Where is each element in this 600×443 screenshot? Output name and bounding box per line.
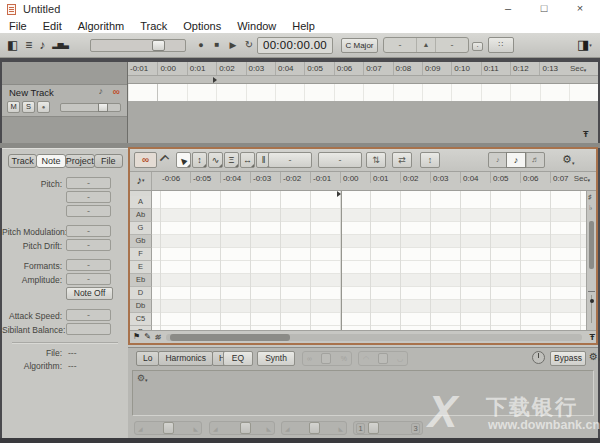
formants-field[interactable]: - <box>66 259 111 271</box>
time-snap-button[interactable]: ⇄ <box>392 152 412 168</box>
editor-playhead[interactable] <box>337 191 341 197</box>
macro-slider-2[interactable]: ◢ ◣ <box>209 421 275 435</box>
menu-item[interactable]: Edit <box>43 20 62 32</box>
track-zoom-icon[interactable]: Ŧ <box>583 129 589 139</box>
tempo-note-value[interactable]: - <box>384 40 416 50</box>
notes-option[interactable]: ♬ <box>526 153 544 167</box>
track-lane[interactable] <box>128 84 598 101</box>
menu-item[interactable]: Help <box>292 20 315 32</box>
pitch-field-1[interactable]: - <box>66 177 111 189</box>
pitch-snap-button[interactable]: ⇅ <box>366 152 386 168</box>
menu-item[interactable]: Options <box>183 20 221 32</box>
inspector-tab[interactable]: Project <box>65 154 95 168</box>
canvas-settings[interactable]: ⚙▾ <box>137 373 148 383</box>
slider-thumb[interactable] <box>240 422 251 434</box>
mute-button[interactable]: M <box>7 101 20 113</box>
slider-thumb[interactable] <box>163 422 174 434</box>
note-row-label[interactable]: F <box>130 248 152 261</box>
record-arm-button[interactable]: ● <box>37 101 50 113</box>
pitch-drift-field[interactable]: - <box>66 239 111 251</box>
mixer-icon[interactable]: ≡ <box>25 37 32 53</box>
macro-slider-1[interactable]: ◢ ◣ <box>134 421 202 435</box>
note-row-label[interactable]: Eb <box>130 274 152 287</box>
accidentals-icon[interactable]: ♯♯ <box>155 331 160 343</box>
horizontal-scrollbar-thumb[interactable] <box>170 334 290 341</box>
sound-editor-canvas[interactable]: ⚙▾ <box>132 370 594 416</box>
pitch-display-dropdown[interactable]: - <box>268 152 312 168</box>
vertical-zoom-thumb[interactable] <box>590 299 594 303</box>
macro-slider-3[interactable]: ◢ ◣ <box>281 421 347 435</box>
editor-ruler-unit[interactable]: Sec▾ <box>574 174 590 183</box>
record-button[interactable]: ● <box>194 38 208 52</box>
pitch-drift-tool-button[interactable]: ∿ <box>208 152 223 168</box>
link-button[interactable]: ∞ <box>134 152 157 168</box>
sound-settings[interactable]: ⚙▾ <box>589 351 600 362</box>
mix-knob[interactable] <box>532 351 545 364</box>
band-button[interactable]: Lo <box>136 351 159 366</box>
amplitude-field[interactable]: - <box>66 273 111 285</box>
note-row-label[interactable]: D <box>130 287 152 300</box>
note-row-label[interactable]: G <box>130 222 152 235</box>
eq-button[interactable]: EQ <box>223 351 253 366</box>
cycle-button[interactable]: ↻ <box>242 38 256 52</box>
tempo-value[interactable]: - <box>436 40 468 50</box>
note-view-icon[interactable]: ♪ <box>39 37 45 53</box>
solo-button[interactable]: S <box>22 101 35 113</box>
layout-toggle-icon[interactable]: ◨▾ <box>577 37 592 53</box>
bypass-button[interactable]: Bypass <box>550 351 586 366</box>
pitch-field-3[interactable]: - <box>66 205 111 217</box>
track-volume-thumb[interactable] <box>98 103 108 112</box>
note-row-label[interactable]: Db <box>130 300 152 313</box>
vertical-scrollbar[interactable] <box>589 221 594 269</box>
note-row-label[interactable]: Ab <box>130 209 152 222</box>
note-row-label[interactable]: C5 <box>130 313 152 326</box>
metronome-icon[interactable]: ▲ <box>416 38 436 52</box>
pitch-tool-button[interactable]: ↕ <box>192 152 207 168</box>
slider-thumb[interactable] <box>368 422 379 434</box>
inspector-tab[interactable]: File <box>94 154 123 168</box>
sharp-icon[interactable]: ♯ <box>588 193 592 200</box>
note-off-button[interactable]: Note Off <box>66 287 113 300</box>
sibilant-balance-field[interactable] <box>66 323 111 335</box>
levels-icon[interactable]: ▂▅▃ <box>52 37 67 53</box>
attack-speed-field[interactable]: - <box>66 309 111 321</box>
horizontal-scrollbar[interactable] <box>166 334 582 341</box>
flat-icon[interactable]: ♭ <box>589 204 592 212</box>
play-button[interactable]: ▶ <box>226 38 240 52</box>
track-name[interactable]: New Track <box>9 87 54 98</box>
formant-tool-button[interactable]: Ξ <box>224 152 239 168</box>
menu-item[interactable]: Algorithm <box>78 20 124 32</box>
key-selector[interactable]: C Major <box>341 38 378 53</box>
editor-zoom-icon[interactable]: Ŧ <box>590 332 596 342</box>
curve-thumb[interactable] <box>378 353 388 364</box>
note-row-label[interactable]: E <box>130 261 152 274</box>
playhead-marker[interactable] <box>213 77 217 83</box>
main-tool-button[interactable]: ◀ <box>176 152 191 168</box>
note-small-option[interactable]: ♪ <box>489 153 506 167</box>
menu-item[interactable]: Window <box>237 20 276 32</box>
panel-view-icon[interactable]: ◧ <box>7 37 18 53</box>
pencil-icon[interactable]: ✎ <box>144 331 151 343</box>
retune-button[interactable]: ∷ <box>488 37 514 53</box>
timeline-ruler[interactable]: -0:010:000:010:020:030:040:050:060:070:0… <box>128 62 598 76</box>
slider-thumb[interactable] <box>309 422 320 434</box>
volume-slider-thumb[interactable] <box>152 40 165 51</box>
track-volume-slider[interactable] <box>60 103 121 112</box>
inspector-tab[interactable]: Note <box>36 154 65 168</box>
pitch-modulation-field[interactable]: - <box>66 225 111 237</box>
voice-count-slider[interactable]: 1 3 <box>353 421 423 435</box>
note-row-label[interactable]: A <box>130 196 152 209</box>
editor-settings[interactable]: ⚙▾ <box>562 153 574 166</box>
time-display-dropdown[interactable]: - <box>318 152 362 168</box>
clef-selector[interactable]: ♪▾ <box>130 172 152 190</box>
menu-item[interactable]: Track <box>140 20 167 32</box>
tempo-options-button[interactable]: · <box>472 42 483 51</box>
stop-button[interactable]: ■ <box>210 38 224 52</box>
maximize-button[interactable]: □ <box>526 0 562 18</box>
editor-ruler[interactable]: ♪▾ -0:06-0:05-0:04-0:03-0:02-0:010:000:0… <box>130 172 596 191</box>
amplitude-tool-button[interactable]: ↔ <box>240 152 255 168</box>
link-thumb[interactable] <box>321 353 331 364</box>
synth-button[interactable]: Synth <box>257 351 295 366</box>
ruler-unit[interactable]: Sec▾ <box>570 64 594 73</box>
track-link-icon[interactable]: ∞ <box>113 86 120 97</box>
